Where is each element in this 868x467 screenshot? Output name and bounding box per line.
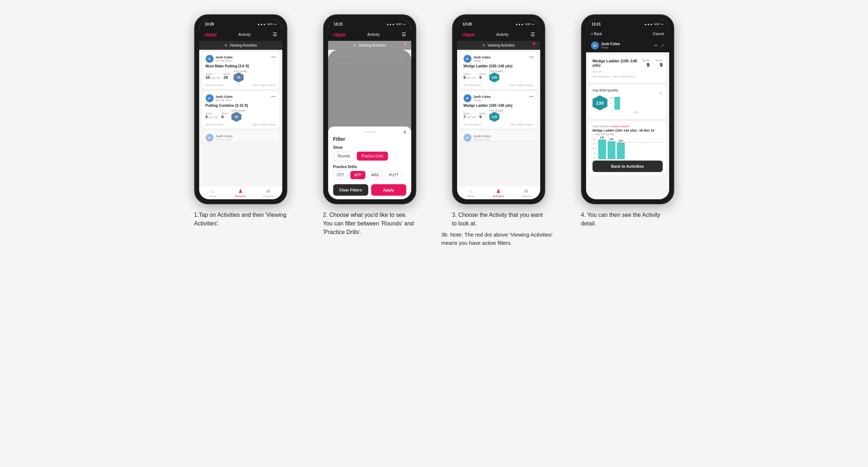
edit-icon-4[interactable]: ✏	[654, 43, 658, 48]
nav-item-capture-3[interactable]: ⊕ Capture	[512, 188, 540, 198]
dots-menu-3-1[interactable]: •••	[529, 55, 534, 60]
phone-screen-3: 13:20 ▲▲▲ WiFi ▪▪ clippd Activity ☰	[457, 19, 540, 199]
phone-section-4: 13:21 ▲▲▲ WiFi ▪▪ < Back Cancel	[570, 14, 685, 228]
app-header-3: clippd Activity ☰	[457, 28, 540, 41]
app-header-1: clippd Activity ☰	[199, 28, 282, 41]
stat-shots-3-1: Shots 9	[479, 73, 486, 80]
nav-label-home-1: Home	[209, 195, 216, 198]
dots-menu-1-2[interactable]: •••	[271, 94, 276, 99]
stat-score-1-1: Score 10 OUT OF	[206, 73, 220, 80]
activity-item-1-2[interactable]: JC Josh Coles 28 Feb 2023 ••• Putting Co…	[202, 91, 279, 129]
shot-quality-hex-3-2: 118	[489, 112, 499, 122]
mini-bar-chart-4: 130 100 50 0	[610, 92, 663, 114]
detail-content-4: Wedge Ladder (100–140 yds) Score 9 Shots…	[586, 52, 669, 199]
drill-btn-ott-2[interactable]: OTT	[333, 171, 348, 179]
filter-show-label-2: Show	[333, 146, 406, 149]
home-icon-3: ⌂	[469, 188, 472, 194]
stat-sq-1-1: Shot Quality 75	[234, 70, 247, 82]
viewing-bar-1[interactable]: ⚙ Viewing Activities	[199, 41, 282, 50]
filter-toggle-drills-2[interactable]: Practice Drills	[357, 152, 388, 161]
clippd-logo-3: clippd	[462, 32, 475, 37]
activity-item-1-1[interactable]: JC Josh Coles 28 Feb 2023 ••• Must Make …	[202, 52, 279, 89]
activity-item-3-3: JC Josh Coles 28 Feb 2023	[460, 131, 537, 141]
wifi-icon-2: WiFi	[396, 23, 402, 26]
header-title-1: Activity	[238, 32, 251, 37]
detail-shots-val-4: 9	[660, 62, 663, 68]
phone-notch-3	[483, 19, 515, 28]
mini-bar-row-4: 100 50 0	[610, 95, 663, 110]
battery-icon-3: ▪▪	[532, 23, 534, 26]
status-icons-1: ▲▲▲ WiFi ▪▪	[257, 23, 276, 26]
red-dot-3	[533, 42, 535, 45]
back-to-activities-button-4[interactable]: Back to Activities	[593, 161, 663, 172]
bar-fill-4-2	[608, 141, 615, 159]
filter-toggle-rounds-2[interactable]: Rounds	[333, 152, 355, 161]
phone-section-3: 13:20 ▲▲▲ WiFi ▪▪ clippd Activity ☰	[441, 14, 556, 247]
shot-quality-hex-1-2: 45	[231, 112, 241, 122]
user-info-1-3: Josh Coles 28 Feb 2023	[216, 134, 233, 141]
bar-val-1-4: 132	[600, 136, 604, 139]
nav-item-home-3[interactable]: ⌂ Home	[457, 188, 485, 198]
nav-item-activities-3[interactable]: ♟ Activities	[485, 188, 512, 198]
nav-item-home-1[interactable]: ⌂ Home	[199, 188, 227, 198]
drill-btn-arg-2[interactable]: ARG	[368, 171, 383, 179]
signal-icon-2: ▲▲▲	[386, 23, 395, 26]
capture-icon-1: ⊕	[266, 188, 270, 194]
stat-score-val-1-1: 10 OUT OF	[206, 75, 220, 80]
screen-content-1: JC Josh Coles 28 Feb 2023 ••• Must Make …	[199, 50, 282, 186]
drill-btn-putt-2[interactable]: PUTT	[385, 171, 402, 179]
shot-quality-hex-3-1: 130	[489, 72, 499, 82]
home-icon-1: ⌂	[211, 188, 214, 194]
user-date-1-2: 28 Feb 2023	[216, 99, 233, 102]
back-button-4[interactable]: < Back	[591, 32, 602, 36]
stat-shots-val-3-2: 9	[479, 115, 486, 119]
clear-filters-button-2[interactable]: Clear Filters	[333, 184, 368, 196]
detail-action-icons-4: ✏ ⤢	[654, 43, 664, 48]
nav-item-activities-1[interactable]: ♟ Activities	[227, 188, 254, 198]
activity-footer-1-1: Test Information Data: Clippd Capture	[206, 84, 276, 86]
dots-menu-3-2[interactable]: •••	[529, 94, 534, 99]
status-time-1: 13:20	[205, 22, 214, 26]
cancel-button-4[interactable]: Cancel	[653, 32, 664, 36]
stat-score-3-2: Score 7 OUT OF	[464, 112, 476, 119]
stat-sq-1-2: Shot Quality 45	[231, 109, 245, 122]
expand-icon-4[interactable]: ⤢	[661, 43, 664, 48]
activity-user-3-3: JC Josh Coles 28 Feb 2023	[464, 134, 534, 142]
activity-item-3-2[interactable]: JC Josh Coles Today ••• Wedge Ladder (10…	[460, 91, 537, 129]
bar-col-4-2: 129	[608, 138, 615, 159]
dots-menu-1-1[interactable]: •••	[271, 55, 276, 60]
activity-item-3-1[interactable]: JC Josh Coles Today ••• Wedge Ladder (10…	[460, 52, 537, 89]
apply-button-2[interactable]: Apply	[371, 184, 406, 196]
header-title-3: Activity	[496, 32, 509, 37]
detail-avg-sq-card-4: Avg Shot Quality 130 130 100 50	[589, 85, 666, 119]
caption-3: 3. Choose the Activity that you want to …	[452, 211, 545, 228]
info-left-3-2: Test Information	[464, 123, 481, 126]
status-time-4: 13:21	[592, 22, 601, 26]
phone-wrapper-3: 13:20 ▲▲▲ WiFi ▪▪ clippd Activity ☰	[452, 14, 545, 204]
bar-col-4-1: 132	[598, 136, 606, 159]
hex-large-4: 130	[593, 95, 608, 110]
hamburger-icon-3[interactable]: ☰	[531, 32, 535, 37]
phone-frame-2: 13:21 ▲▲▲ WiFi ▪▪ clippd Activity ☰	[323, 14, 416, 204]
activity-user-3-2: JC Josh Coles Today	[464, 94, 491, 102]
hamburger-icon-2[interactable]: ☰	[402, 32, 406, 37]
bar-chart-y-axis-4: 140 120 100 80 60	[593, 138, 597, 159]
signal-icon-1: ▲▲▲	[257, 23, 266, 26]
wifi-icon-4: WiFi	[654, 23, 660, 26]
activity-header-3-2: JC Josh Coles Today •••	[464, 94, 534, 102]
avatar-4: JC	[591, 42, 599, 49]
nav-item-capture-1[interactable]: ⊕ Capture	[254, 188, 282, 198]
chart-title-4: Wedge Ladder (100–140 yds) - 06 Mar 23	[593, 129, 663, 132]
battery-icon-2: ▪▪	[403, 23, 406, 26]
drill-btn-app-2[interactable]: APP	[350, 171, 365, 179]
detail-score-col-shots-4: Shots 9	[655, 59, 662, 68]
viewing-bar-2: ⚙ Viewing Activities	[328, 41, 411, 50]
detail-score-val-4: 9	[647, 62, 649, 68]
filter-close-button-2[interactable]: ✕	[403, 129, 407, 135]
viewing-bar-text-2: Viewing Activities	[359, 43, 386, 47]
red-dot-2	[404, 42, 406, 45]
hamburger-icon-1[interactable]: ☰	[273, 32, 277, 37]
user-info-1-2: Josh Coles 28 Feb 2023	[216, 95, 233, 102]
viewing-bar-3[interactable]: ⚙ Viewing Activities	[457, 41, 540, 50]
chart-subtitle-4: --- Avg Shot Quality	[593, 133, 663, 135]
